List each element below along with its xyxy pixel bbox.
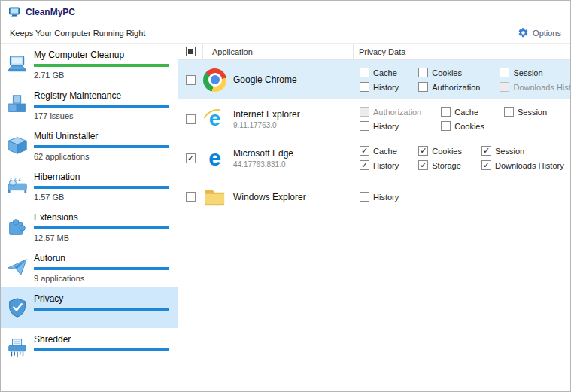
privacy-option-history[interactable]: History xyxy=(360,82,399,92)
option-checkbox[interactable] xyxy=(441,121,451,131)
sidebar-item-label: Extensions xyxy=(34,212,169,223)
privacy-option-cache[interactable]: ✓Cache xyxy=(360,146,399,156)
sidebar-item-my-computer-cleanup[interactable]: My Computer Cleanup2.71 GB xyxy=(1,44,178,84)
row-checkbox[interactable]: ✓ xyxy=(186,153,196,163)
option-label: Cache xyxy=(454,108,478,117)
table-row-google-chrome[interactable]: Google ChromeCacheCookiesSessionHistoryA… xyxy=(178,60,570,99)
option-label: Session xyxy=(495,147,524,156)
privacy-option-cookies[interactable]: Cookies xyxy=(418,68,480,77)
select-all-checkbox[interactable] xyxy=(186,47,196,56)
shield-icon xyxy=(6,296,29,319)
option-label: History xyxy=(373,193,399,202)
privacy-option-history[interactable]: ✓History xyxy=(360,160,399,170)
table-header: Application Privacy Data xyxy=(178,44,570,60)
sidebar-item-label: Autorun xyxy=(34,253,169,263)
sidebar-item-progress-bar xyxy=(34,186,169,189)
application-cell: eInternet Explorer9.11.17763.0 xyxy=(203,108,354,131)
sidebar-item-privacy[interactable]: Privacy xyxy=(1,287,178,328)
table-rows: Google ChromeCacheCookiesSessionHistoryA… xyxy=(178,60,570,391)
table-row-internet-explorer[interactable]: eInternet Explorer9.11.17763.0Authorizat… xyxy=(178,99,570,138)
privacy-options: ✓Cache✓Cookies✓Session✓History✓Storage✓D… xyxy=(354,146,570,170)
option-checkbox[interactable]: ✓ xyxy=(360,146,369,156)
row-checkbox[interactable] xyxy=(186,114,196,124)
privacy-options: History xyxy=(354,192,570,202)
sidebar-item-shredder[interactable]: Shredder xyxy=(1,328,178,369)
folder-icon xyxy=(203,185,226,208)
option-checkbox[interactable]: ✓ xyxy=(481,160,491,170)
row-checkbox[interactable] xyxy=(186,192,196,202)
sidebar-item-label: Multi Uninstaller xyxy=(34,131,169,141)
privacy-option-session[interactable]: Session xyxy=(500,68,570,77)
option-checkbox[interactable]: ✓ xyxy=(481,146,491,156)
option-checkbox[interactable] xyxy=(504,107,514,117)
option-checkbox[interactable] xyxy=(441,107,451,117)
option-checkbox[interactable] xyxy=(360,121,369,131)
option-checkbox[interactable]: ✓ xyxy=(418,146,428,156)
sidebar: My Computer Cleanup2.71 GBRegistry Maint… xyxy=(1,44,178,391)
privacy-options: AuthorizationCacheSessionHistoryCookies xyxy=(354,107,570,131)
option-checkbox[interactable] xyxy=(360,82,369,92)
option-checkbox[interactable]: ✓ xyxy=(418,160,428,170)
sidebar-item-label: Shredder xyxy=(34,334,169,345)
column-application: Application xyxy=(203,44,354,59)
sidebar-item-progress-bar xyxy=(34,267,169,270)
table-row-windows-explorer[interactable]: Windows ExplorerHistory xyxy=(178,178,570,216)
cubes-icon xyxy=(6,93,29,116)
sidebar-item-label: Privacy xyxy=(34,293,169,304)
options-button[interactable]: Options xyxy=(518,27,561,38)
option-label: History xyxy=(373,83,399,92)
sidebar-item-multi-uninstaller[interactable]: Multi Uninstaller62 applications xyxy=(1,125,178,166)
option-checkbox[interactable] xyxy=(360,68,369,77)
privacy-option-session[interactable]: ✓Session xyxy=(481,146,564,156)
privacy-option-authorization[interactable]: Authorization xyxy=(360,107,421,117)
privacy-option-cache[interactable]: Cache xyxy=(441,107,484,117)
sidebar-item-extensions[interactable]: Extensions12.57 MB xyxy=(1,206,178,247)
option-checkbox[interactable] xyxy=(360,107,369,117)
sidebar-item-registry-maintenance[interactable]: Registry Maintenance177 issues xyxy=(1,84,178,125)
option-label: Cookies xyxy=(454,122,484,131)
tagline-text: Keeps Your Computer Running Right xyxy=(10,29,145,38)
row-checkbox-cell: ✓ xyxy=(178,153,203,163)
row-checkbox[interactable] xyxy=(186,75,196,85)
row-checkbox-cell xyxy=(178,114,203,124)
option-checkbox[interactable] xyxy=(360,192,369,202)
privacy-option-storage[interactable]: ✓Storage xyxy=(418,160,462,170)
option-checkbox[interactable] xyxy=(500,68,509,77)
option-checkbox[interactable] xyxy=(500,82,509,92)
privacy-option-history[interactable]: History xyxy=(360,192,399,202)
sidebar-item-autorun[interactable]: Autorun9 applications xyxy=(1,247,178,287)
option-checkbox[interactable] xyxy=(418,68,428,77)
sidebar-item-progress-bar xyxy=(34,64,169,67)
option-checkbox[interactable] xyxy=(418,82,428,92)
option-label: Downloads History xyxy=(513,83,570,92)
privacy-option-cache[interactable]: Cache xyxy=(360,68,399,77)
option-checkbox[interactable]: ✓ xyxy=(360,160,369,170)
option-label: Storage xyxy=(432,161,461,170)
privacy-option-downloads-history[interactable]: ✓Downloads History xyxy=(481,160,564,170)
privacy-option-cookies[interactable]: ✓Cookies xyxy=(418,146,462,156)
privacy-option-history[interactable]: History xyxy=(360,121,421,131)
main-panel: Application Privacy Data Google ChromeCa… xyxy=(178,44,570,391)
sidebar-item-progress-bar xyxy=(34,348,169,351)
column-privacy-data: Privacy Data xyxy=(354,44,570,59)
table-row-microsoft-edge[interactable]: ✓eMicrosoft Edge44.17763.831.0✓Cache✓Coo… xyxy=(178,138,570,178)
sidebar-item-subtext: 9 applications xyxy=(34,274,169,284)
title-bar: CleanMyPC xyxy=(1,1,570,23)
application-name: Google Chrome xyxy=(233,74,297,85)
option-label: Downloads History xyxy=(495,161,564,170)
application-version: 44.17763.831.0 xyxy=(233,160,293,169)
privacy-option-session[interactable]: Session xyxy=(504,107,547,117)
sidebar-item-subtext: 12.57 MB xyxy=(34,233,169,243)
header-checkbox-cell xyxy=(178,44,203,59)
sidebar-item-label: My Computer Cleanup xyxy=(34,50,169,60)
privacy-option-downloads-history[interactable]: Downloads History xyxy=(500,82,570,92)
option-label: Cache xyxy=(373,147,397,156)
privacy-option-authorization[interactable]: Authorization xyxy=(418,82,480,92)
sub-header: Keeps Your Computer Running Right Option… xyxy=(1,23,570,44)
edge-icon: e xyxy=(203,147,226,170)
sidebar-item-subtext: 177 issues xyxy=(34,111,169,121)
app-window: CleanMyPC Keeps Your Computer Running Ri… xyxy=(0,0,571,392)
privacy-option-cookies[interactable]: Cookies xyxy=(441,121,484,131)
sidebar-item-hibernation[interactable]: z z zHibernation1.57 GB xyxy=(1,166,178,206)
row-checkbox-cell xyxy=(178,192,203,202)
